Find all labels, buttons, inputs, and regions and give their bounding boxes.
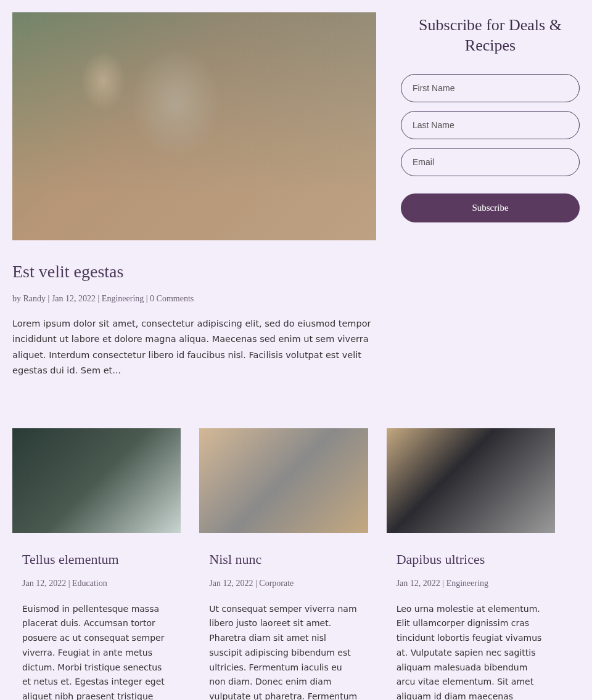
card-excerpt: Euismod in pellentesque massa placerat d… [22,602,171,701]
meta-sep: | [96,294,102,303]
subscribe-title: Subscribe for Deals & Recipes [401,15,580,55]
card-category-link[interactable]: Corporate [259,579,294,588]
featured-date: Jan 12, 2022 [52,294,96,303]
comments-link[interactable]: 0 Comments [150,294,194,303]
featured-title-link[interactable]: Est velit egestas [12,262,123,281]
featured-image[interactable] [12,12,376,240]
card-category-link[interactable]: Education [72,579,107,588]
last-name-input[interactable] [401,111,580,139]
card-title-link[interactable]: Tellus elementum [22,551,119,567]
card-date: Jan 12, 2022 [209,579,253,588]
card-excerpt: Leo urna molestie at elementum. Elit ull… [397,602,545,701]
card-category-link[interactable]: Engineering [446,579,488,588]
meta-sep: | [46,294,52,303]
first-name-input[interactable] [401,74,580,102]
subscribe-button[interactable]: Subscribe [401,193,580,222]
featured-meta: by Randy | Jan 12, 2022 | Engineering | … [12,294,376,304]
author-link[interactable]: Randy [23,294,46,303]
post-card: Tellus elementum Jan 12, 2022 | Educatio… [12,428,181,701]
card-title-link[interactable]: Nisl nunc [209,551,261,567]
by-label: by [12,294,23,303]
meta-sep: | [253,579,260,588]
card-meta: Jan 12, 2022 | Engineering [397,579,545,588]
card-image[interactable] [199,428,368,533]
category-link[interactable]: Engineering [102,294,144,303]
post-card: Dapibus ultrices Jan 12, 2022 | Engineer… [387,428,555,701]
card-date: Jan 12, 2022 [397,579,440,588]
email-input[interactable] [401,148,580,176]
card-title-link[interactable]: Dapibus ultrices [397,551,485,567]
card-date: Jan 12, 2022 [22,579,66,588]
meta-sep: | [66,579,72,588]
meta-sep: | [440,579,446,588]
featured-excerpt: Lorem ipsum dolor sit amet, consectetur … [12,316,376,379]
meta-sep: | [144,294,150,303]
card-image[interactable] [12,428,181,533]
post-card: Nisl nunc Jan 12, 2022 | Corporate Ut co… [199,428,368,701]
card-meta: Jan 12, 2022 | Education [22,579,171,588]
card-excerpt: Ut consequat semper viverra nam libero j… [209,602,358,701]
card-meta: Jan 12, 2022 | Corporate [209,579,358,588]
card-image[interactable] [387,428,555,533]
